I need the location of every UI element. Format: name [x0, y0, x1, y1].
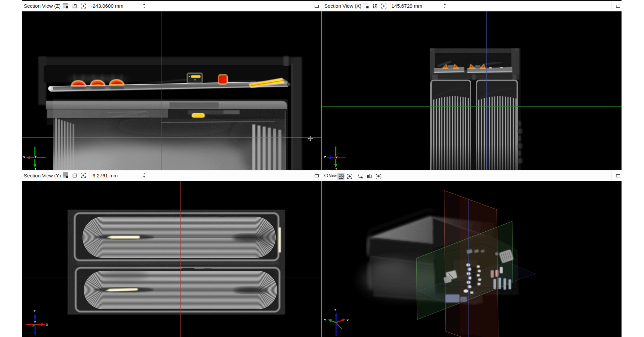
svg-text:X: X — [346, 318, 349, 322]
svg-text:Z: Z — [324, 155, 326, 159]
svg-text:X: X — [46, 323, 48, 326]
svg-text:Y: Y — [34, 320, 36, 324]
svg-text:X: X — [23, 155, 25, 159]
svg-text:Z: Z — [34, 309, 36, 313]
svg-text:Z: Z — [334, 308, 336, 312]
svg-text:Y: Y — [34, 167, 37, 170]
svg-text:Y: Y — [335, 167, 337, 170]
svg-text:Z: Z — [35, 155, 37, 159]
svg-text:Y: Y — [324, 318, 326, 322]
svg-text:X: X — [335, 155, 338, 159]
